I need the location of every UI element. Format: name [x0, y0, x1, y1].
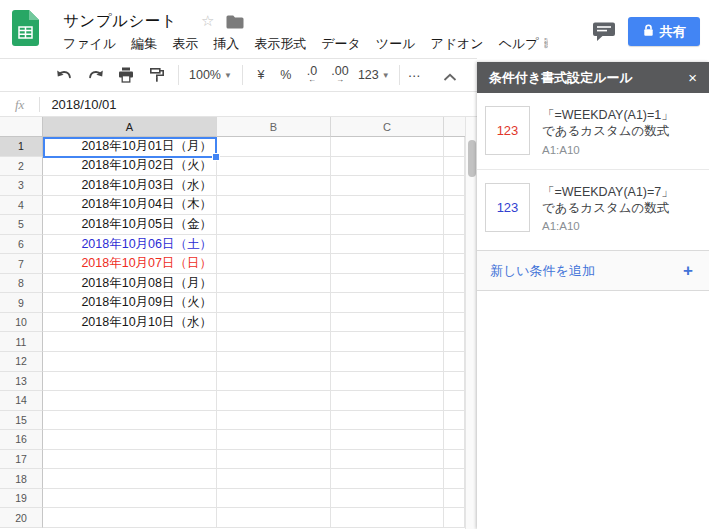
cell-B7[interactable] [217, 254, 331, 274]
collapse-toolbar-button[interactable] [443, 68, 457, 86]
cell-D16[interactable] [444, 430, 465, 450]
cell-C9[interactable] [331, 293, 444, 313]
column-header-partial[interactable] [444, 117, 465, 137]
cell-A6[interactable]: 2018年10月06日（土） [43, 235, 217, 255]
row-header-10[interactable]: 10 [0, 313, 43, 333]
menu-help[interactable]: ヘルプ [499, 35, 539, 53]
cell-D17[interactable] [444, 450, 465, 470]
cell-C17[interactable] [331, 450, 444, 470]
cell-D4[interactable] [444, 196, 465, 216]
cell-A4[interactable]: 2018年10月04日（木） [43, 196, 217, 216]
cell-B19[interactable] [217, 489, 331, 509]
cell-B14[interactable] [217, 391, 331, 411]
row-header-15[interactable]: 15 [0, 411, 43, 431]
cell-D20[interactable] [444, 508, 465, 528]
cell-B11[interactable] [217, 332, 331, 352]
row-header-8[interactable]: 8 [0, 274, 43, 294]
vertical-scrollbar[interactable] [465, 117, 477, 529]
row-header-13[interactable]: 13 [0, 372, 43, 392]
cell-A2[interactable]: 2018年10月02日（火） [43, 157, 217, 177]
cell-B16[interactable] [217, 430, 331, 450]
cell-C14[interactable] [331, 391, 444, 411]
cell-C5[interactable] [331, 215, 444, 235]
scrollbar-thumb[interactable] [468, 140, 476, 177]
menu-insert[interactable]: 挿入 [213, 35, 239, 53]
cell-D15[interactable] [444, 411, 465, 431]
row-header-4[interactable]: 4 [0, 196, 43, 216]
row-header-6[interactable]: 6 [0, 235, 43, 255]
number-format-button[interactable]: 123 ▼ [358, 68, 390, 82]
format-currency-button[interactable]: ¥ [252, 68, 270, 82]
cell-B6[interactable] [217, 235, 331, 255]
cell-B20[interactable] [217, 508, 331, 528]
cell-A11[interactable] [43, 332, 217, 352]
row-header-7[interactable]: 7 [0, 254, 43, 274]
formula-input[interactable]: 2018/10/01 [51, 97, 477, 112]
cell-D9[interactable] [444, 293, 465, 313]
cell-C19[interactable] [331, 489, 444, 509]
row-header-18[interactable]: 18 [0, 469, 43, 489]
folder-icon[interactable] [226, 15, 245, 33]
cell-C12[interactable] [331, 352, 444, 372]
cell-B18[interactable] [217, 469, 331, 489]
cell-C18[interactable] [331, 469, 444, 489]
undo-button[interactable] [55, 67, 73, 83]
cell-A16[interactable] [43, 430, 217, 450]
cell-D11[interactable] [444, 332, 465, 352]
cell-B5[interactable] [217, 215, 331, 235]
cell-D19[interactable] [444, 489, 465, 509]
cell-A12[interactable] [43, 352, 217, 372]
row-header-2[interactable]: 2 [0, 157, 43, 177]
print-button[interactable] [117, 67, 135, 83]
cell-B13[interactable] [217, 372, 331, 392]
cell-A13[interactable] [43, 372, 217, 392]
cell-A15[interactable] [43, 411, 217, 431]
close-icon[interactable]: × [688, 69, 697, 86]
document-title[interactable]: サンプルシート [63, 11, 177, 32]
row-header-17[interactable]: 17 [0, 450, 43, 470]
row-header-19[interactable]: 19 [0, 489, 43, 509]
row-header-11[interactable]: 11 [0, 332, 43, 352]
cell-C10[interactable] [331, 313, 444, 333]
cell-D1[interactable] [444, 137, 465, 157]
cell-D10[interactable] [444, 313, 465, 333]
star-icon[interactable]: ☆ [201, 12, 214, 30]
cell-A14[interactable] [43, 391, 217, 411]
menu-format[interactable]: 表示形式 [254, 35, 306, 53]
row-header-16[interactable]: 16 [0, 430, 43, 450]
cell-A3[interactable]: 2018年10月03日（水） [43, 176, 217, 196]
row-header-3[interactable]: 3 [0, 176, 43, 196]
row-header-5[interactable]: 5 [0, 215, 43, 235]
menu-view[interactable]: 表示 [172, 35, 198, 53]
row-header-9[interactable]: 9 [0, 293, 43, 313]
edit-history-link[interactable]: 最終編集 [544, 36, 548, 51]
decrease-decimal-button[interactable]: .0 ← [302, 67, 322, 84]
cell-B12[interactable] [217, 352, 331, 372]
zoom-select[interactable]: 100% ▼ [189, 68, 232, 82]
row-header-20[interactable]: 20 [0, 508, 43, 528]
cell-C6[interactable] [331, 235, 444, 255]
cell-D5[interactable] [444, 215, 465, 235]
cell-A19[interactable] [43, 489, 217, 509]
cell-C7[interactable] [331, 254, 444, 274]
cell-B1[interactable] [217, 137, 331, 157]
row-header-12[interactable]: 12 [0, 352, 43, 372]
cell-D7[interactable] [444, 254, 465, 274]
cell-A20[interactable] [43, 508, 217, 528]
cell-B9[interactable] [217, 293, 331, 313]
cell-C8[interactable] [331, 274, 444, 294]
cell-C4[interactable] [331, 196, 444, 216]
cell-D3[interactable] [444, 176, 465, 196]
cell-B4[interactable] [217, 196, 331, 216]
cell-C3[interactable] [331, 176, 444, 196]
comment-icon[interactable] [592, 22, 617, 47]
cell-C1[interactable] [331, 137, 444, 157]
paint-format-button[interactable] [148, 67, 166, 83]
column-header-A[interactable]: A [43, 117, 217, 137]
cell-D2[interactable] [444, 157, 465, 177]
select-all-corner[interactable] [0, 117, 43, 137]
cell-D14[interactable] [444, 391, 465, 411]
cell-C16[interactable] [331, 430, 444, 450]
cell-A8[interactable]: 2018年10月08日（月） [43, 274, 217, 294]
cell-C13[interactable] [331, 372, 444, 392]
